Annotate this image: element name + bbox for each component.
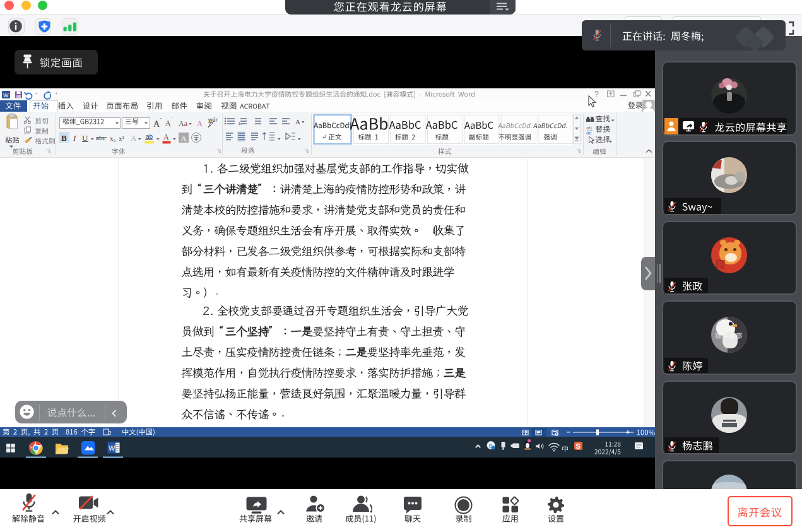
- svg-text:ˇ: ˇ: [171, 115, 173, 121]
- svg-text:Aa: Aa: [179, 119, 188, 128]
- svg-text:A: A: [165, 119, 171, 127]
- svg-text:ˆ: ˆ: [160, 117, 162, 122]
- svg-text:ab: ab: [146, 133, 153, 140]
- svg-text:x²: x²: [119, 134, 125, 142]
- svg-text:S: S: [576, 442, 581, 449]
- svg-text:W: W: [109, 444, 115, 452]
- svg-text:A: A: [295, 118, 300, 126]
- svg-text:B: B: [61, 133, 67, 143]
- svg-text:I: I: [73, 133, 76, 143]
- svg-text:A: A: [131, 134, 136, 143]
- svg-text:A: A: [181, 134, 187, 143]
- svg-text:ac: ac: [586, 130, 591, 136]
- svg-text:U: U: [82, 133, 88, 143]
- svg-text:A: A: [163, 133, 169, 141]
- svg-text:W: W: [3, 92, 9, 98]
- svg-text:1.: 1.: [238, 121, 242, 126]
- svg-text:A: A: [197, 119, 203, 128]
- svg-text:x₂: x₂: [110, 134, 116, 142]
